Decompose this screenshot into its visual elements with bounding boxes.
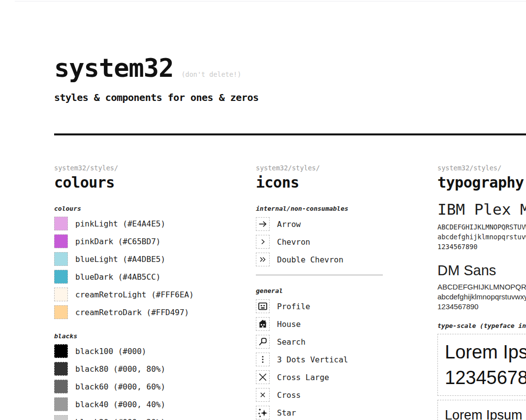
icons-list-general: Profile House Se	[256, 299, 403, 420]
icon-row: Cross	[256, 388, 403, 402]
swatch-label: blueLight (#A4DBE5)	[75, 255, 165, 264]
icon-row: Arrow	[256, 217, 403, 231]
arrow-right-icon	[257, 219, 268, 229]
swatch-label: creamRetroDark (#FFD497)	[75, 308, 189, 317]
icon-tile[interactable]	[256, 299, 270, 313]
sample-text-line: Lorem Ipsum	[445, 339, 526, 365]
specimen-numerals: 1234567890	[437, 242, 526, 252]
icon-row: Star	[256, 406, 403, 420]
icon-row: Profile	[256, 299, 403, 313]
cross-icon	[258, 390, 268, 400]
icons-section: system32/styles/ icons internal/non-cons…	[256, 164, 403, 420]
swatch-row: blueDark (#4AB5CC)	[54, 270, 241, 284]
colour-swatch-creamretrolight[interactable]	[54, 288, 68, 301]
type-scale-sample-medium[interactable]: Lorem Ipsum	[437, 400, 526, 420]
swatch-row: pinkDark (#C65BD7)	[54, 234, 241, 248]
swatch-row: black40 (#000, 40%)	[54, 397, 241, 411]
page-header: system32 (don't delete!) styles & compon…	[54, 53, 497, 103]
typeface-specimen-mono: ABCDEFGHIJKLMNOPQRSTUVWXYZ abcdefghijklm…	[437, 222, 526, 252]
icons-list-internal: Arrow Chevron Double Chevron	[256, 217, 403, 266]
colour-swatch-black100[interactable]	[54, 344, 68, 358]
icon-tile[interactable]	[256, 406, 270, 420]
cross-large-icon	[257, 372, 268, 383]
icon-label: Arrow	[277, 220, 301, 229]
typography-section: system32/styles/ typography IBM Plex Mon…	[437, 164, 526, 420]
top-hairline	[15, 1, 526, 1]
swatch-label: blueDark (#4AB5CC)	[75, 272, 160, 282]
sample-text-line: Lorem Ipsum	[445, 406, 526, 420]
swatch-row: creamRetroLight (#FFF6EA)	[54, 288, 241, 301]
icon-tile[interactable]	[256, 370, 270, 384]
colour-swatch-pinkdark[interactable]	[54, 234, 68, 248]
icon-label: Cross Large	[277, 373, 329, 382]
blacks-group-label: blacks	[54, 333, 241, 340]
icon-tile[interactable]	[256, 217, 270, 231]
icon-label: 3 Dots Vertical	[277, 355, 348, 364]
colours-section: system32/styles/ colours colours pinkLig…	[54, 164, 241, 420]
icon-tile[interactable]	[256, 253, 270, 266]
typography-title: typography	[437, 174, 526, 192]
icon-tile[interactable]	[256, 235, 270, 249]
colour-swatch-black20[interactable]	[54, 415, 68, 420]
colour-swatch-black40[interactable]	[54, 397, 68, 411]
dots-vertical-icon	[257, 354, 268, 365]
specimen-uppercase: ABCDEFGHIJKLMNOPQRSTUVWXYZ	[437, 282, 526, 292]
swatch-row: black80 (#000, 80%)	[54, 362, 241, 376]
swatch-label: pinkLight (#E4A4E5)	[75, 219, 165, 228]
icon-tile[interactable]	[256, 335, 270, 349]
icon-tile[interactable]	[256, 353, 270, 366]
icon-label: House	[277, 320, 301, 329]
swatch-row: black60 (#000, 60%)	[54, 380, 241, 393]
blacks-swatch-list: black100 (#000) black80 (#000, 80%) blac…	[54, 344, 241, 420]
swatch-row: blueLight (#A4DBE5)	[54, 252, 241, 266]
swatch-row: creamRetroDark (#FFD497)	[54, 305, 241, 319]
search-icon	[257, 336, 268, 347]
profile-icon	[257, 301, 268, 312]
swatch-label: creamRetroLight (#FFF6EA)	[75, 290, 194, 299]
specimen-lowercase: abcdefghijklmnopqrstuvwxyz	[437, 232, 526, 242]
specimen-lowercase: abcdefghijklmnopqrstuvwxyz	[437, 292, 526, 302]
house-icon	[257, 319, 268, 329]
double-chevron-right-icon	[258, 255, 268, 264]
colour-swatch-bluelight[interactable]	[54, 252, 68, 266]
typeface-name-dm-sans: DM Sans	[437, 261, 526, 279]
icon-label: Profile	[277, 302, 310, 311]
swatch-label: black80 (#000, 80%)	[75, 364, 165, 374]
page-title: system32	[54, 53, 173, 83]
swatch-row: black20 (#000, 20%)	[54, 415, 241, 420]
page-subtitle: styles & components for ones & zeros	[54, 92, 497, 103]
icon-label: Cross	[277, 390, 301, 400]
breadcrumb: system32/styles/	[437, 164, 526, 171]
swatch-row: pinkLight (#E4A4E5)	[54, 217, 241, 230]
colour-swatch-list: pinkLight (#E4A4E5) pinkDark (#C65BD7) b…	[54, 217, 241, 319]
colour-swatch-black60[interactable]	[54, 380, 68, 393]
icon-label: Star	[277, 408, 296, 418]
icon-row: Double Chevron	[256, 253, 403, 266]
swatch-label: black40 (#000, 40%)	[75, 400, 165, 409]
colour-swatch-bluedark[interactable]	[54, 270, 68, 284]
icon-row: Search	[256, 335, 403, 349]
typeface-name-ibm-plex-mono: IBM Plex Mono	[437, 199, 526, 219]
icon-row: 3 Dots Vertical	[256, 353, 403, 366]
specimen-uppercase: ABCDEFGHIJKLMNOPQRSTUVWXYZ	[437, 222, 526, 232]
swatch-label: pinkDark (#C65BD7)	[75, 237, 160, 246]
icon-label: Double Chevron	[277, 255, 343, 264]
main-divider	[54, 133, 526, 135]
icon-tile[interactable]	[256, 317, 270, 331]
star-icon	[257, 407, 268, 418]
colour-swatch-creamretrodark[interactable]	[54, 305, 68, 319]
breadcrumb: system32/styles/	[54, 164, 241, 171]
icon-tile[interactable]	[256, 388, 270, 402]
colour-swatch-pinklight[interactable]	[54, 217, 68, 230]
colour-group-label: colours	[54, 205, 241, 212]
icons-group-label-general: general	[256, 288, 403, 294]
colour-swatch-black80[interactable]	[54, 362, 68, 376]
type-scale-sample-large[interactable]: Lorem Ipsum 1234567890	[437, 334, 526, 396]
swatch-label: black60 (#000, 60%)	[75, 382, 165, 391]
icons-divider	[256, 275, 383, 275]
specimen-numerals: 1234567890	[437, 302, 526, 312]
icons-group-label-internal: internal/non-consumables	[256, 205, 403, 212]
swatch-label: black20 (#000, 20%)	[75, 418, 165, 420]
icon-row: Cross Large	[256, 370, 403, 384]
chevron-right-icon	[258, 237, 268, 247]
